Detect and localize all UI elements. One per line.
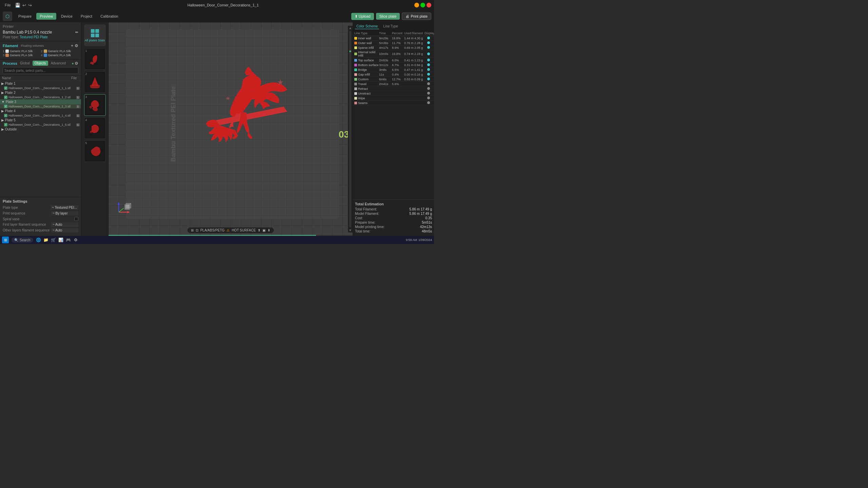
layer-indicator-marker [349,50,351,52]
plate-thumb-5[interactable]: 5 [84,140,106,162]
color-dot-top-surface [354,59,357,62]
object-search-input[interactable] [3,67,78,74]
maximize-btn[interactable] [420,3,425,7]
project-btn[interactable]: Project [77,13,96,20]
col-display: Display [425,32,433,35]
filament-color-1 [5,49,9,53]
plate-thumb-2[interactable]: 2 [84,71,106,93]
plate-4-label[interactable]: ▶ Plate 4 [0,108,81,114]
setting-print-sequence: Print sequence ~ By layer [3,211,78,216]
plate-thumb-4[interactable]: 4 [84,117,106,139]
device-btn[interactable]: Device [58,13,76,20]
tab-color-scheme[interactable]: Color Scheme [355,24,379,29]
viewport[interactable]: Bambu Textured PEI Plate [108,22,353,236]
coordinate-cube [115,199,132,216]
other-layers-value[interactable]: ~ Auto [51,228,78,232]
plate-type-value[interactable]: ~ Textured PEI... [51,205,78,210]
printer-edit-icon[interactable]: ✏ [75,30,78,35]
tool-icon-3[interactable]: ⬆ [258,228,260,232]
layer-down-btn[interactable]: ▼ [348,228,353,232]
filament-add-icon[interactable]: + [71,43,73,48]
print-btn[interactable]: 🖨 Print plate [402,13,431,20]
spiral-vase-checkbox[interactable] [74,217,78,221]
upload-btn[interactable]: ⬆ Upload [351,13,374,20]
row-disp-outer-wall[interactable] [425,41,433,45]
tab-line-type[interactable]: Line Type [382,24,399,29]
taskbar-search[interactable]: 🔍 Search [12,238,33,243]
plate-5-label[interactable]: ▶ Plate 5 [0,118,81,123]
row-pct-custom: 12.7% [392,78,404,81]
redo-icon[interactable]: ↪ [28,3,32,8]
table-row-sparse-infill: Sparse infill 4m17s 8.9% 0.69 m 2.05 g [353,45,434,50]
process-toggle[interactable]: ● [72,61,74,65]
row-disp-sparse-infill[interactable] [425,46,433,49]
layer-up-btn[interactable]: ▲ [348,26,353,30]
slice-btn[interactable]: Slice plate [376,13,400,20]
taskbar-icon-4[interactable]: 📊 [58,237,64,243]
row-disp-inner-wall[interactable] [425,36,433,40]
window-title: Halloween_Door_Corner_Decorations_1_1 [188,3,259,7]
row-disp-wipe[interactable] [425,96,433,100]
layer-slider[interactable]: ▲ ▼ [348,26,353,232]
table-row-internal-solid: Internal solid infill 10m0s 19.8% 0.74 m… [353,50,434,58]
filament-item-4: 4 Generic PLA Silk [41,54,79,57]
print-sequence-value[interactable]: ~ By layer [51,211,78,216]
plate-group-4: ▶ Plate 4 ✓ Halloween_Door_Corn..._Decor… [0,108,81,118]
row-disp-bridge[interactable] [425,68,433,72]
plate-group-outside: ▶ Outside [0,127,81,132]
row-name-sparse-infill: Sparse infill [358,46,379,49]
undo-icon[interactable]: ↩ [22,3,26,8]
first-layer-value[interactable]: ~ Auto [51,222,78,227]
global-tab[interactable]: Global [18,61,32,66]
row-disp-bottom-surface[interactable] [425,63,433,67]
start-button[interactable]: ⊞ [2,237,9,243]
tool-icon-4[interactable]: ▣ [262,228,265,232]
table-row-gap-infill: Gap infill 11s 0.4% 0.00 m 0.16 g [353,72,434,77]
bottom-toolbar: ⊞ ⊡ PLA/ABS/PETG ⚠ HOT SURFACE ⬆ ▣ ⬇ [188,227,274,233]
objects-tab[interactable]: Objects [33,61,48,66]
taskbar-icon-2[interactable]: 📁 [43,237,49,243]
row-disp-custom[interactable] [425,77,433,81]
process-options-icon[interactable]: ⚙ [75,61,78,66]
svg-rect-2 [91,34,95,37]
title-bar-left: File 💾 ↩ ↪ [3,2,32,8]
row-disp-gap-infill[interactable] [425,73,433,76]
tool-icon-1[interactable]: ⊞ [191,228,194,232]
close-btn[interactable] [427,3,431,7]
plate-3-label[interactable]: ▼ Plate 3 [0,99,81,104]
plate-outside-label[interactable]: ▶ Outside [0,127,81,132]
row-disp-seams[interactable] [425,101,433,105]
row-disp-travel[interactable] [425,82,433,86]
file-menu[interactable]: File [3,2,13,8]
color-scheme-table: Line Type Time Percent Used filament Dis… [353,31,434,200]
minimize-btn[interactable] [414,3,419,7]
row-time-gap-infill: 11s [379,73,392,76]
search-icon: 🔍 [14,238,18,242]
tool-icon-5[interactable]: ⬇ [268,228,270,232]
taskbar-icon-5[interactable]: 🎮 [66,237,71,243]
preview-btn[interactable]: Preview [36,13,56,20]
advanced-tab[interactable]: Advanced [49,61,68,66]
svg-line-11 [125,203,126,205]
filament-settings-icon[interactable]: ⚙ [75,43,78,48]
row-disp-top-surface[interactable] [425,58,433,62]
plate-thumb-3[interactable]: 3 [84,94,106,116]
plate-1-label[interactable]: ▶ Plate 1 [0,81,81,86]
prepare-btn[interactable]: Prepare [15,13,35,20]
setting-first-layer: First layer filament sequence ~ Auto [3,222,78,227]
calibration-btn[interactable]: Calibration [97,13,122,20]
taskbar-icon-1[interactable]: 🌐 [36,237,41,243]
search-label: Search [20,238,31,242]
row-disp-unretract[interactable] [425,92,433,95]
plate-thumb-1[interactable]: 1 [84,48,106,70]
plate-2-label[interactable]: ▶ Plate 2 [0,90,81,95]
row-disp-retract[interactable] [425,87,433,90]
row-disp-internal-solid[interactable] [425,52,433,56]
tool-icon-2[interactable]: ⊡ [196,228,198,232]
taskbar-icon-6[interactable]: ⚙ [73,237,79,243]
all-plates-btn[interactable]: All plates Stats [84,24,106,46]
toolbar-icon[interactable]: 💾 [15,3,20,8]
taskbar-icon-3[interactable]: 🛒 [51,237,56,243]
filament-color-4 [44,54,47,57]
plate-2-preview [86,74,103,90]
